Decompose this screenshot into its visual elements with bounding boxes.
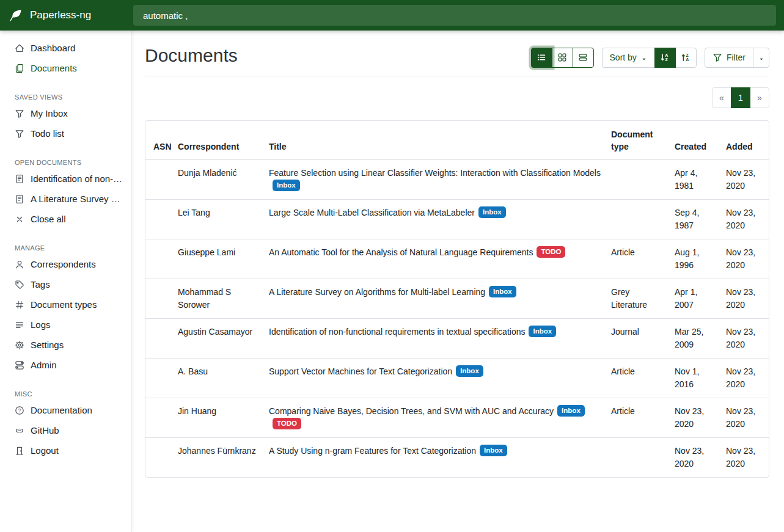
- document-type-cell[interactable]: Article: [606, 398, 670, 437]
- column-header-document-type[interactable]: Document type: [606, 121, 670, 159]
- document-title-link[interactable]: An Automatic Tool for the Analysis of Na…: [269, 247, 533, 257]
- added-cell: Nov 23, 2020: [721, 398, 769, 437]
- sidebar-item-dashboard[interactable]: Dashboard: [0, 38, 131, 58]
- correspondent-link[interactable]: Dunja Mladenić: [178, 168, 237, 178]
- sort-by-label: Sort by: [610, 53, 637, 62]
- tag-badge-inbox[interactable]: Inbox: [529, 326, 556, 338]
- added-cell: Nov 23, 2020: [721, 437, 769, 477]
- correspondent-link[interactable]: Agustin Casamayor: [178, 327, 252, 337]
- sidebar-item-todo-list[interactable]: Todo list: [0, 123, 131, 144]
- tag-badge-inbox[interactable]: Inbox: [489, 286, 516, 298]
- added-cell: Nov 23, 2020: [721, 159, 769, 199]
- app-brand[interactable]: Paperless-ng: [0, 0, 132, 31]
- cards-view-button[interactable]: [573, 48, 594, 68]
- funnel-icon: [713, 53, 722, 62]
- sidebar-item-label: Identification of non-fu...: [31, 173, 124, 184]
- sidebar-item-identification-of-non-fu[interactable]: Identification of non-fu...: [0, 169, 131, 189]
- document-title-link[interactable]: Comparing Naive Bayes, Decision Trees, a…: [269, 406, 554, 416]
- sidebar-item-label: My Inbox: [31, 108, 68, 118]
- sidebar-item-label: Settings: [31, 340, 64, 350]
- view-toggle-group: [531, 48, 594, 68]
- tag-badge-inbox[interactable]: Inbox: [273, 180, 300, 192]
- sidebar-item-my-inbox[interactable]: My Inbox: [0, 103, 131, 123]
- caret-down-icon: [758, 54, 764, 60]
- search-input[interactable]: [133, 5, 776, 26]
- filter-group: Filter: [705, 48, 769, 68]
- filter-label: Filter: [727, 53, 746, 62]
- created-cell: Apr 4, 1981: [670, 159, 721, 199]
- tag-badge-inbox[interactable]: Inbox: [557, 405, 585, 417]
- grid-view-button[interactable]: [552, 48, 573, 68]
- document-title-link[interactable]: Identification of non-functional require…: [269, 327, 525, 337]
- correspondent-link[interactable]: A. Basu: [178, 366, 208, 376]
- sidebar-item-tags[interactable]: Tags: [0, 274, 131, 294]
- column-header-created[interactable]: Created: [670, 121, 721, 159]
- document-type-cell[interactable]: Article: [606, 239, 670, 279]
- document-type-cell[interactable]: Article: [606, 358, 670, 398]
- column-header-added[interactable]: Added: [721, 121, 769, 159]
- pagination-next-button[interactable]: »: [750, 87, 769, 108]
- filter-dropdown-button[interactable]: [753, 48, 769, 68]
- asn-cell: [145, 279, 173, 318]
- tag-badge-todo[interactable]: TODO: [537, 246, 565, 258]
- tag-badge-inbox[interactable]: Inbox: [480, 445, 507, 457]
- sidebar-item-documentation[interactable]: ?Documentation: [0, 400, 131, 420]
- pagination-page-1-button[interactable]: 1: [731, 87, 750, 108]
- document-title-link[interactable]: Large Scale Multi-Label Classification v…: [269, 208, 475, 217]
- document-title-link[interactable]: Support Vector Machines for Text Categor…: [269, 366, 452, 376]
- document-type-cell[interactable]: [606, 159, 670, 199]
- sidebar-item-settings[interactable]: Settings: [0, 335, 131, 355]
- sidebar-item-logout[interactable]: Logout: [0, 440, 131, 461]
- document-type-cell[interactable]: [606, 437, 670, 477]
- sort-by-button[interactable]: Sort by: [602, 48, 655, 68]
- sidebar-item-label: Documents: [31, 63, 77, 73]
- sidebar-item-a-literature-survey-on[interactable]: A Literature Survey on ...: [0, 189, 131, 209]
- documents-toolbar: Sort by AZ ZA Filter: [531, 48, 769, 68]
- pagination-prev-button[interactable]: «: [712, 87, 731, 108]
- table-row: Dunja MladenićFeature Selection using Li…: [145, 159, 769, 199]
- sort-alpha-up-icon: ZA: [681, 53, 691, 62]
- person-icon: [15, 260, 24, 269]
- correspondent-link[interactable]: Giuseppe Lami: [178, 247, 235, 257]
- sidebar-section-open-documents: OPEN DOCUMENTS: [0, 159, 131, 166]
- tag-badge-inbox[interactable]: Inbox: [456, 365, 483, 377]
- sidebar-item-label: Admin: [31, 360, 57, 370]
- created-cell: Nov 1, 2016: [670, 358, 721, 398]
- created-cell: Apr 1, 2007: [670, 279, 721, 318]
- page-title: Documents: [145, 45, 238, 66]
- column-header-correspondent[interactable]: Correspondent: [173, 121, 264, 159]
- tag-badge-inbox[interactable]: Inbox: [478, 206, 506, 219]
- file-text-icon: [15, 174, 24, 184]
- tag-badge-todo[interactable]: TODO: [273, 418, 301, 430]
- document-title-link[interactable]: A Literature Survey on Algorithms for Mu…: [269, 287, 485, 297]
- sidebar-item-document-types[interactable]: Document types: [0, 294, 131, 315]
- sidebar: DashboardDocumentsSAVED VIEWSMy InboxTod…: [0, 31, 132, 532]
- sidebar-item-github[interactable]: GitHub: [0, 420, 131, 440]
- correspondent-link[interactable]: Johannes Fürnkranz: [178, 446, 256, 456]
- asn-cell: [145, 239, 173, 279]
- column-header-asn[interactable]: ASN: [145, 121, 173, 159]
- list-view-button[interactable]: [531, 48, 552, 68]
- correspondent-link[interactable]: Jin Huang: [178, 406, 216, 416]
- sidebar-item-correspondents[interactable]: Correspondents: [0, 254, 131, 274]
- file-text-icon: [15, 194, 24, 204]
- sidebar-item-admin[interactable]: Admin: [0, 355, 131, 375]
- document-type-cell[interactable]: Grey Literature: [606, 279, 670, 318]
- added-cell: Nov 23, 2020: [721, 318, 769, 358]
- asn-cell: [145, 199, 173, 239]
- correspondent-link[interactable]: Lei Tang: [178, 208, 210, 217]
- document-title-link[interactable]: Feature Selection using Linear Classifie…: [269, 168, 601, 178]
- correspondent-link[interactable]: Mohammad S Sorower: [178, 287, 231, 310]
- filter-button[interactable]: Filter: [705, 48, 753, 68]
- sidebar-item-logs[interactable]: Logs: [0, 315, 131, 335]
- sidebar-item-documents[interactable]: Documents: [0, 58, 131, 78]
- column-header-title[interactable]: Title: [264, 121, 606, 159]
- document-title-link[interactable]: A Study Using n-gram Features for Text C…: [269, 446, 476, 456]
- sort-descending-button[interactable]: ZA: [675, 48, 697, 68]
- sort-ascending-button[interactable]: AZ: [654, 48, 676, 68]
- document-type-cell[interactable]: Journal: [606, 318, 670, 358]
- question-circle-icon: ?: [15, 406, 24, 415]
- document-type-cell[interactable]: [606, 199, 670, 239]
- sidebar-item-close-all[interactable]: Close all: [0, 209, 131, 229]
- documents-table: ASN Correspondent Title Document type Cr…: [145, 121, 769, 477]
